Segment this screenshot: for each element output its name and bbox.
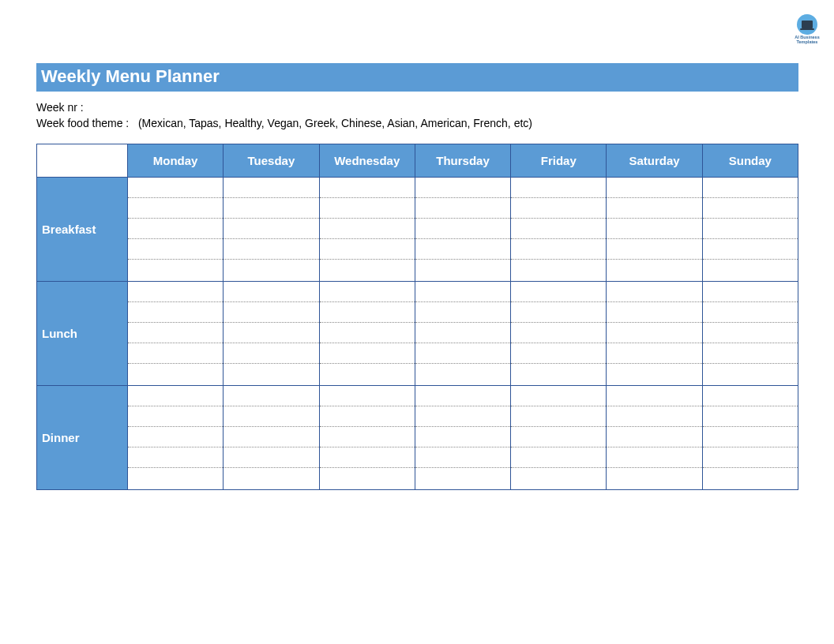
- table-corner-cell: [37, 144, 128, 178]
- meal-cell[interactable]: [511, 386, 607, 490]
- day-header-wednesday: Wednesday: [319, 144, 415, 178]
- meal-cell[interactable]: [415, 282, 510, 386]
- day-header-monday: Monday: [128, 144, 224, 178]
- meal-cell[interactable]: [224, 282, 319, 386]
- meal-cell[interactable]: [415, 178, 510, 282]
- meal-cell[interactable]: [511, 282, 607, 386]
- week-nr-label: Week nr :: [36, 101, 798, 114]
- meal-cell[interactable]: [128, 178, 224, 282]
- meal-cell[interactable]: [702, 282, 798, 386]
- meal-header-lunch: Lunch: [37, 282, 128, 386]
- meal-cell[interactable]: [224, 386, 319, 490]
- menu-planner-table: MondayTuesdayWednesdayThursdayFridaySatu…: [36, 144, 798, 490]
- meal-cell[interactable]: [128, 282, 224, 386]
- theme-label: Week food theme :: [36, 117, 129, 129]
- day-header-sunday: Sunday: [702, 144, 798, 178]
- brand-text-2: Templates: [793, 40, 821, 45]
- theme-hint: (Mexican, Tapas, Healthy, Vegan, Greek, …: [138, 117, 532, 129]
- meal-cell[interactable]: [224, 178, 319, 282]
- meal-cell[interactable]: [319, 178, 415, 282]
- meal-cell[interactable]: [319, 282, 415, 386]
- meal-header-dinner: Dinner: [37, 386, 128, 490]
- meal-cell[interactable]: [607, 178, 702, 282]
- meal-cell[interactable]: [607, 282, 702, 386]
- meal-cell[interactable]: [511, 178, 607, 282]
- meal-header-breakfast: Breakfast: [37, 178, 128, 282]
- meal-cell[interactable]: [128, 386, 224, 490]
- meal-cell[interactable]: [702, 386, 798, 490]
- day-header-thursday: Thursday: [415, 144, 510, 178]
- brand-logo: AI Business Templates: [793, 14, 821, 44]
- day-header-tuesday: Tuesday: [224, 144, 319, 178]
- meal-cell[interactable]: [607, 386, 702, 490]
- meal-cell[interactable]: [319, 386, 415, 490]
- meal-cell[interactable]: [415, 386, 510, 490]
- meal-cell[interactable]: [702, 178, 798, 282]
- page-title: Weekly Menu Planner: [36, 63, 798, 92]
- day-header-friday: Friday: [511, 144, 607, 178]
- day-header-saturday: Saturday: [607, 144, 702, 178]
- laptop-icon: [797, 14, 817, 35]
